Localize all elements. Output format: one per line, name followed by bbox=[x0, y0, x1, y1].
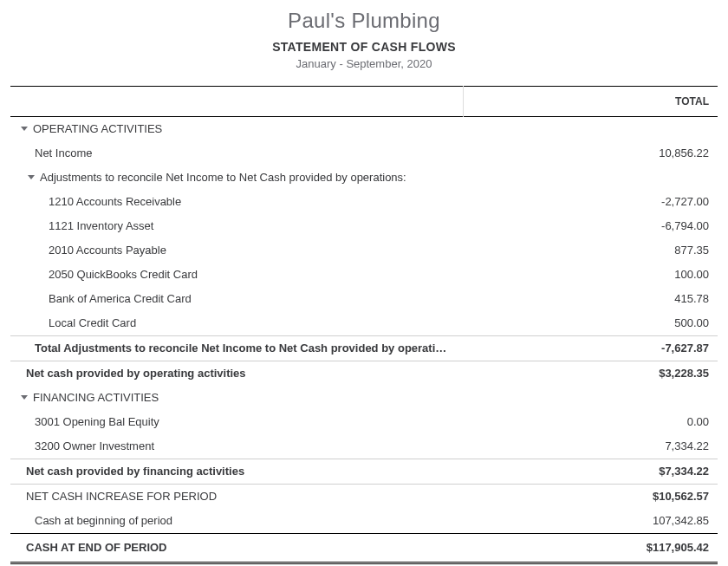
company-name: Paul's Plumbing bbox=[10, 9, 718, 33]
row-label: Bank of America Credit Card bbox=[10, 287, 463, 311]
caret-down-icon bbox=[21, 395, 28, 400]
row-value: 7,334.22 bbox=[463, 434, 718, 459]
row-label: 1210 Accounts Receivable bbox=[10, 190, 463, 214]
row-value: 877.35 bbox=[463, 238, 718, 263]
operating-net-cash-value: $3,228.35 bbox=[463, 361, 718, 387]
net-income-row: Net Income 10,856.22 bbox=[10, 141, 718, 166]
table-row: 3001 Opening Bal Equity 0.00 bbox=[10, 410, 718, 434]
beginning-cash-row: Cash at beginning of period 107,342.85 bbox=[10, 509, 718, 534]
adjustments-header: Adjustments to reconcile Net Income to N… bbox=[40, 171, 406, 184]
caret-down-icon bbox=[28, 175, 35, 179]
adjustments-header-row[interactable]: Adjustments to reconcile Net Income to N… bbox=[10, 166, 718, 190]
financing-header-row[interactable]: FINANCING ACTIVITIES bbox=[10, 386, 718, 410]
financing-header: FINANCING ACTIVITIES bbox=[33, 391, 159, 404]
report-period: January - September, 2020 bbox=[10, 57, 718, 70]
row-label: 2050 QuickBooks Credit Card bbox=[10, 263, 463, 287]
ending-label: CASH AT END OF PERIOD bbox=[10, 534, 463, 563]
row-label: 3001 Opening Bal Equity bbox=[10, 410, 463, 434]
column-total: TOTAL bbox=[463, 87, 718, 117]
net-income-label: Net Income bbox=[10, 141, 463, 166]
row-value: 100.00 bbox=[463, 263, 718, 287]
operating-header-row[interactable]: OPERATING ACTIVITIES bbox=[10, 117, 718, 142]
net-increase-label: NET CASH INCREASE FOR PERIOD bbox=[10, 485, 463, 510]
table-row: Bank of America Credit Card 415.78 bbox=[10, 287, 718, 311]
table-row: 2010 Accounts Payable 877.35 bbox=[10, 238, 718, 263]
adjustments-total-row: Total Adjustments to reconcile Net Incom… bbox=[10, 336, 718, 361]
row-value: 415.78 bbox=[463, 287, 718, 311]
operating-net-cash-row: Net cash provided by operating activitie… bbox=[10, 361, 718, 387]
net-income-value: 10,856.22 bbox=[463, 141, 718, 166]
operating-net-cash-label: Net cash provided by operating activitie… bbox=[10, 361, 463, 387]
ending-cash-row: CASH AT END OF PERIOD $117,905.42 bbox=[10, 534, 718, 563]
financing-net-cash-value: $7,334.22 bbox=[463, 459, 718, 485]
row-value: -2,727.00 bbox=[463, 190, 718, 214]
table-row: 1121 Inventory Asset -6,794.00 bbox=[10, 214, 718, 238]
report-header: Paul's Plumbing STATEMENT OF CASH FLOWS … bbox=[10, 9, 718, 70]
row-label: Local Credit Card bbox=[10, 311, 463, 336]
row-value: -6,794.00 bbox=[463, 214, 718, 238]
table-row: 3200 Owner Investment 7,334.22 bbox=[10, 434, 718, 459]
row-value: 0.00 bbox=[463, 410, 718, 434]
table-row: 1210 Accounts Receivable -2,727.00 bbox=[10, 190, 718, 214]
beginning-value: 107,342.85 bbox=[463, 509, 718, 534]
row-label: 2010 Accounts Payable bbox=[10, 238, 463, 263]
ending-value: $117,905.42 bbox=[463, 534, 718, 563]
column-spacer bbox=[10, 87, 463, 117]
row-label: 1121 Inventory Asset bbox=[10, 214, 463, 238]
operating-header: OPERATING ACTIVITIES bbox=[33, 122, 162, 135]
net-increase-value: $10,562.57 bbox=[463, 485, 718, 510]
report-title: STATEMENT OF CASH FLOWS bbox=[10, 40, 718, 54]
adjustments-total-label: Total Adjustments to reconcile Net Incom… bbox=[10, 336, 463, 361]
financing-net-cash-label: Net cash provided by financing activitie… bbox=[10, 459, 463, 485]
table-row: Local Credit Card 500.00 bbox=[10, 311, 718, 336]
adjustments-total-value: -7,627.87 bbox=[463, 336, 718, 361]
caret-down-icon bbox=[21, 127, 28, 131]
cash-flow-table: TOTAL OPERATING ACTIVITIES Net Income 10… bbox=[10, 86, 718, 564]
net-increase-row: NET CASH INCREASE FOR PERIOD $10,562.57 bbox=[10, 485, 718, 510]
table-row: 2050 QuickBooks Credit Card 100.00 bbox=[10, 263, 718, 287]
row-label: 3200 Owner Investment bbox=[10, 434, 463, 459]
row-value: 500.00 bbox=[463, 311, 718, 336]
beginning-label: Cash at beginning of period bbox=[10, 509, 463, 534]
financing-net-cash-row: Net cash provided by financing activitie… bbox=[10, 459, 718, 485]
